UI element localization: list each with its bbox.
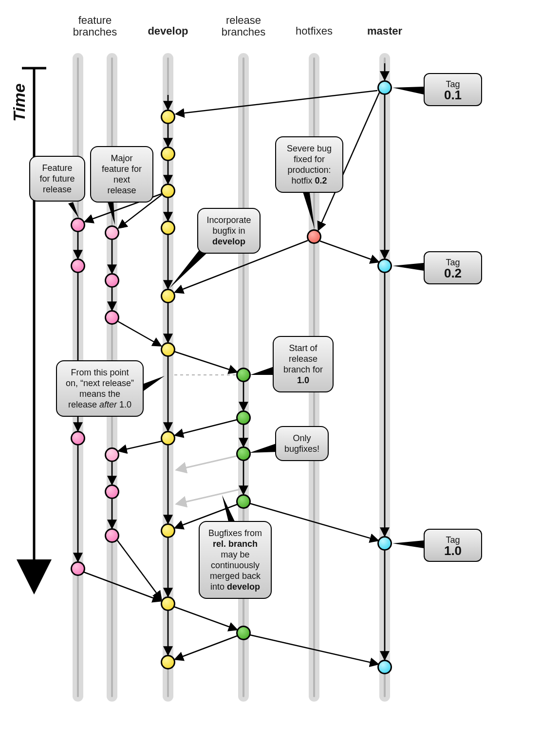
commit-m2 — [377, 259, 392, 273]
svg-line-17 — [176, 91, 377, 114]
callout-only-bug: Only bugfixes! — [275, 426, 329, 461]
tag-0-2: Tag0.2 — [424, 251, 482, 284]
callout-feature-future: Feature for future release — [29, 156, 85, 202]
commit-r4 — [236, 494, 251, 509]
commit-f3c — [105, 528, 119, 543]
callout-severe: Severe bug fixed for production: hotfix … — [275, 136, 343, 193]
commit-d7 — [161, 431, 175, 445]
callout-rel-merge: Bugfixes from rel. branch may be continu… — [199, 521, 272, 599]
commit-m3 — [377, 536, 392, 551]
commit-d2 — [161, 147, 175, 161]
col-develop-label: develop — [129, 25, 207, 37]
commit-d8 — [161, 523, 175, 538]
svg-line-45 — [175, 420, 237, 435]
svg-line-54 — [174, 607, 237, 630]
callout-from-point: From this point on, “next release” means… — [56, 360, 144, 417]
commit-f2b — [105, 273, 119, 288]
commit-d9 — [161, 596, 175, 611]
svg-line-49 — [119, 441, 162, 451]
commit-d1 — [161, 110, 175, 124]
callout-incorporate: Incorporate bugfix in develop — [197, 208, 261, 254]
commit-f3b — [105, 484, 119, 499]
svg-line-52 — [117, 540, 161, 599]
commit-m4 — [377, 660, 392, 674]
commit-f2a — [105, 225, 119, 240]
commit-r2 — [236, 410, 251, 425]
commit-d10 — [161, 655, 175, 669]
svg-line-15 — [177, 489, 240, 504]
col-release-label: release branches — [205, 15, 282, 38]
commit-f3a — [105, 447, 119, 462]
svg-line-35 — [118, 321, 161, 346]
svg-line-53 — [84, 572, 161, 601]
commit-f2c — [105, 310, 119, 325]
commit-f1c — [71, 431, 85, 445]
commit-f1b — [71, 259, 85, 273]
commit-f1a — [71, 218, 85, 232]
svg-line-38 — [320, 241, 378, 262]
commit-m1 — [377, 80, 392, 95]
commit-d3 — [161, 184, 175, 198]
col-hotfix-label: hotfixes — [275, 25, 353, 37]
commit-d5 — [161, 289, 175, 303]
svg-line-14 — [177, 455, 240, 470]
time-axis-label: Time — [10, 83, 29, 122]
commit-r3 — [236, 446, 251, 461]
commit-r1 — [236, 368, 251, 382]
svg-line-55 — [175, 636, 237, 659]
tag-1-0: Tag1.0 — [424, 529, 482, 562]
commit-d4 — [161, 221, 175, 235]
callout-start-rel: Start of release branch for 1.0 — [273, 336, 334, 392]
svg-line-40 — [174, 352, 237, 372]
callout-feature-next: Major feature for next release — [90, 146, 153, 203]
commit-d6 — [161, 342, 175, 357]
col-master-label: master — [346, 25, 424, 37]
col-feature-label: feature branches — [56, 15, 134, 38]
commit-f1d — [71, 561, 85, 576]
commit-r5 — [236, 626, 251, 640]
commit-h1 — [307, 229, 321, 244]
tag-0-1: Tag0.1 — [424, 73, 482, 106]
